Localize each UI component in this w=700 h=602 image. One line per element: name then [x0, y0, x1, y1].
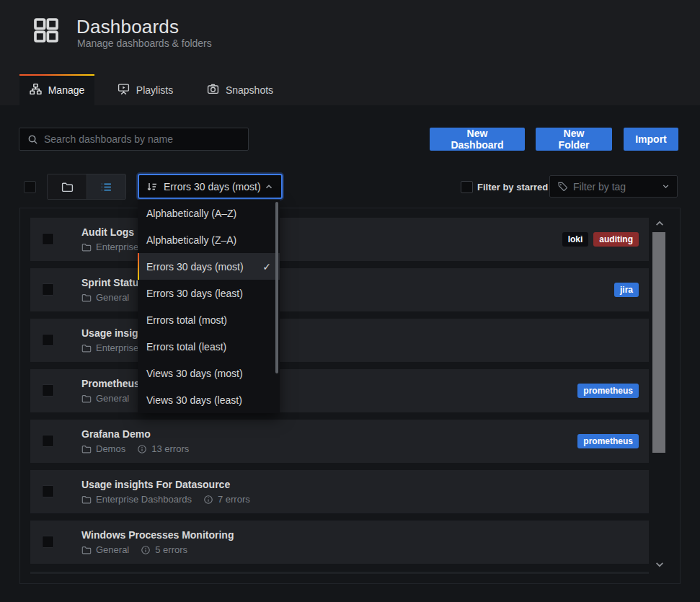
tab-label: Manage	[48, 84, 85, 96]
row-checkbox[interactable]	[42, 384, 54, 397]
list-view-button[interactable]	[87, 174, 125, 199]
sort-option-errors-30-least[interactable]: Errors 30 days (least)	[138, 280, 280, 306]
dashboard-row[interactable]: Usage insights For Datasource Enterprise…	[30, 470, 649, 513]
sort-option-errors-30-most[interactable]: Errors 30 days (most) ✓	[138, 253, 280, 280]
tag-prometheus[interactable]: prometheus	[577, 384, 639, 398]
tab-label: Playlists	[136, 84, 173, 96]
chevron-down-icon	[661, 182, 670, 191]
info-icon	[137, 444, 147, 454]
tab-manage[interactable]: Manage	[19, 74, 94, 105]
search-input[interactable]: Search dashboards by name	[19, 128, 249, 151]
row-checkbox[interactable]	[42, 435, 54, 447]
tag-icon	[557, 181, 568, 192]
row-checkbox[interactable]	[42, 485, 54, 497]
dashboards-grid-icon	[32, 16, 61, 45]
dashboard-title[interactable]: Sprint Status	[81, 277, 144, 288]
dashboard-row[interactable]: Prometheus General prometheus	[30, 369, 649, 412]
tab-snapshots[interactable]: Snapshots	[198, 74, 282, 105]
sort-option-alpha-za[interactable]: Alphabetically (Z–A)	[138, 226, 280, 253]
row-checkbox[interactable]	[42, 283, 54, 296]
dashboard-row[interactable]: Audit Logs Enterprise Dashboards loki au…	[30, 218, 649, 261]
scroll-down-icon[interactable]	[654, 559, 665, 570]
dashboard-title[interactable]: Prometheus	[81, 378, 140, 389]
new-dashboard-button[interactable]: New Dashboard	[430, 128, 525, 151]
sort-picker[interactable]: Errors 30 days (most)	[138, 174, 283, 199]
folder-icon	[81, 444, 92, 454]
page-subtitle: Manage dashboards & folders	[77, 37, 212, 49]
dashboard-meta: Enterprise Dashboards 7 errors	[81, 494, 250, 505]
folder-icon	[81, 545, 92, 555]
folder-name: General	[96, 292, 129, 303]
folder-icon	[81, 293, 92, 303]
folder-name: General	[96, 544, 129, 555]
page-title: Dashboards	[76, 16, 179, 38]
check-icon: ✓	[262, 261, 271, 273]
new-folder-button[interactable]: New Folder	[536, 128, 612, 151]
list-icon	[100, 181, 112, 193]
search-icon	[27, 134, 38, 145]
dashboards-manage-page: Dashboards Manage dashboards & folders M…	[0, 0, 700, 602]
filter-starred-checkbox[interactable]	[461, 181, 473, 193]
tab-playlists[interactable]: Playlists	[108, 74, 182, 105]
partial-row	[30, 572, 649, 574]
row-checkbox[interactable]	[42, 536, 54, 548]
tag-prometheus[interactable]: prometheus	[577, 434, 639, 448]
tag-filter-placeholder: Filter by tag	[573, 181, 626, 192]
error-count: 5 errors	[155, 544, 187, 555]
sort-dropdown-menu: Alphabetically (A–Z) Alphabetically (Z–A…	[138, 200, 280, 413]
dashboard-row[interactable]: Windows Processes Monitoring General 5 e…	[30, 521, 649, 564]
chevron-up-icon	[264, 182, 274, 192]
tab-label: Snapshots	[226, 84, 273, 96]
sort-option-alpha-az[interactable]: Alphabetically (A–Z)	[138, 200, 280, 226]
dashboard-row[interactable]: Sprint Status General jira	[30, 268, 649, 311]
import-button[interactable]: Import	[624, 128, 678, 151]
page-header: Dashboards Manage dashboards & folders M…	[0, 0, 700, 105]
row-checkbox[interactable]	[42, 233, 54, 245]
view-mode-toggle	[47, 174, 126, 200]
presentation-play-icon	[118, 83, 130, 97]
sort-option-views-30-most[interactable]: Views 30 days (most)	[138, 360, 280, 386]
folder-icon	[61, 181, 74, 193]
search-placeholder: Search dashboards by name	[44, 133, 173, 145]
tag-auditing[interactable]: auditing	[593, 232, 639, 247]
sort-amount-icon	[146, 181, 158, 192]
dashboard-title[interactable]: Grafana Demo	[81, 428, 151, 440]
filter-starred-label: Filter by starred	[477, 182, 548, 192]
sort-option-views-30-least[interactable]: Views 30 days (least)	[138, 386, 280, 413]
tag-loki[interactable]: loki	[562, 232, 589, 247]
folder-icon	[81, 343, 92, 353]
folder-icon	[81, 394, 92, 404]
sort-picker-value: Errors 30 days (most)	[164, 181, 261, 192]
row-checkbox[interactable]	[42, 334, 54, 346]
dashboard-title[interactable]: Usage insights For Datasource	[81, 479, 230, 490]
dashboard-meta: General 5 errors	[81, 544, 187, 555]
dashboard-row[interactable]: Grafana Demo Demos 13 errors prometheus	[30, 420, 649, 463]
folder-icon	[81, 495, 92, 505]
dashboard-title[interactable]: Windows Processes Monitoring	[81, 529, 234, 541]
tag-filter-select[interactable]: Filter by tag	[549, 175, 678, 198]
folder-icon	[81, 242, 92, 252]
folder-name: General	[96, 393, 129, 404]
folder-name: Demos	[96, 443, 125, 454]
search-results-panel: Audit Logs Enterprise Dashboards loki au…	[19, 208, 681, 584]
folder-name: Enterprise Dashboards	[96, 494, 192, 505]
dashboard-meta: Demos 13 errors	[81, 443, 189, 454]
camera-icon	[207, 83, 219, 97]
sort-option-errors-total-most[interactable]: Errors total (most)	[138, 306, 280, 333]
dashboard-title[interactable]: Audit Logs	[81, 226, 134, 238]
sitemap-icon	[30, 83, 42, 97]
scroll-up-icon[interactable]	[654, 218, 665, 229]
scrollbar-thumb[interactable]	[652, 232, 665, 453]
tag-jira[interactable]: jira	[614, 283, 639, 297]
folder-view-button[interactable]	[48, 174, 87, 199]
select-all-checkbox[interactable]	[24, 181, 36, 193]
info-icon	[141, 545, 151, 555]
info-icon	[203, 495, 213, 505]
dashboard-row[interactable]: Usage insights Enterprise Dashboards	[30, 319, 649, 362]
error-count: 7 errors	[218, 494, 250, 505]
error-count: 13 errors	[151, 443, 189, 454]
dropdown-scrollbar-thumb[interactable]	[275, 202, 278, 373]
sort-option-errors-total-least[interactable]: Errors total (least)	[138, 333, 280, 360]
